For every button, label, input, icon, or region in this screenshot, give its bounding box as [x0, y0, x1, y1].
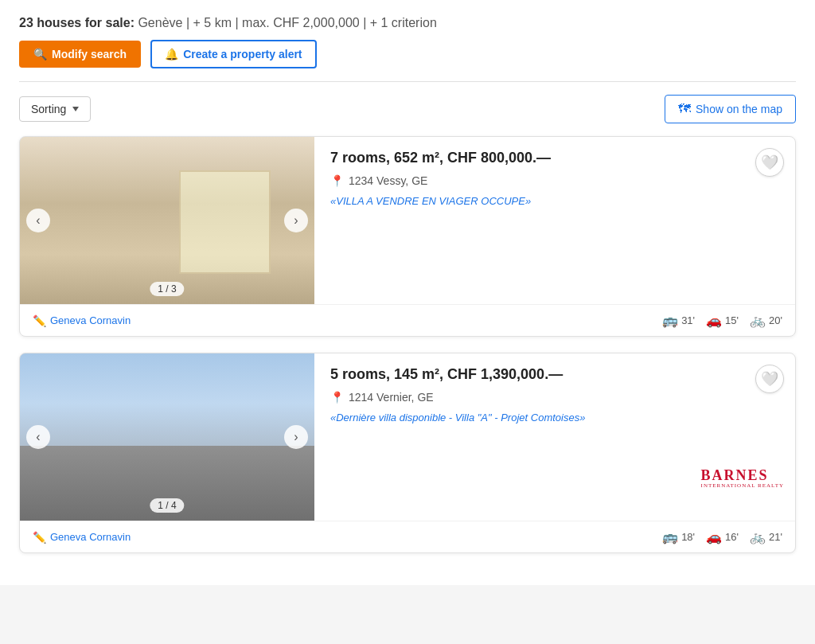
carousel-next-button[interactable]: ›	[284, 425, 308, 449]
card-image: ‹ › 1 / 3	[20, 137, 314, 304]
transport-bike: 🚲 20'	[750, 313, 782, 328]
image-counter: 1 / 3	[150, 282, 184, 296]
modify-search-label: Modify search	[52, 48, 127, 60]
image-counter: 1 / 4	[150, 498, 184, 513]
listing-location: 📍 1234 Vessy, GE	[330, 174, 782, 187]
page-wrapper: 23 houses for sale: Genève | + 5 km | ma…	[0, 0, 815, 585]
favorite-button[interactable]: 🤍	[755, 365, 784, 393]
card-body: ‹ › 1 / 4 5 rooms, 145 m², CHF 1,390,000…	[20, 353, 795, 521]
bike-time: 20'	[769, 314, 782, 326]
location-text: 1214 Vernier, GE	[349, 391, 434, 404]
station-link[interactable]: ✏️ Geneva Cornavin	[33, 531, 131, 544]
card-info: 7 rooms, 652 m², CHF 800,000.— 📍 1234 Ve…	[314, 137, 795, 304]
listing-title: 5 rooms, 145 m², CHF 1,390,000.—	[330, 366, 782, 383]
sep1: |	[186, 16, 193, 29]
car-icon: 🚗	[706, 313, 722, 328]
listing-card: ‹ › 1 / 3 7 rooms, 652 m², CHF 800,000.—…	[19, 136, 796, 337]
map-icon: 🗺	[678, 102, 691, 116]
criteria-distance: + 5 km	[193, 16, 232, 29]
search-icon: 🔍	[33, 48, 47, 60]
listing-title: 7 rooms, 652 m², CHF 800,000.—	[330, 150, 782, 166]
sorting-button[interactable]: Sorting	[19, 96, 91, 122]
barnes-logo: BARNES INTERNATIONAL REALTY	[701, 467, 784, 489]
criteria-extra: + 1 criterion	[370, 16, 437, 29]
transport-bus: 🚌 31'	[662, 313, 695, 328]
search-title: 23 houses for sale: Genève | + 5 km | ma…	[19, 16, 796, 30]
barnes-logo-text: BARNES	[701, 467, 769, 483]
property-image-2	[20, 353, 314, 521]
location-pin-icon: 📍	[330, 391, 344, 404]
station-name: Geneva Cornavin	[50, 531, 131, 543]
transport-bike: 🚲 21'	[750, 529, 782, 544]
create-alert-label: Create a property alert	[183, 48, 302, 60]
location-text: 1234 Vessy, GE	[349, 174, 427, 187]
sorting-label: Sorting	[31, 103, 66, 115]
barnes-logo-sub: INTERNATIONAL REALTY	[701, 482, 784, 489]
search-location: Genève	[138, 16, 182, 29]
bike-icon: 🚲	[750, 313, 766, 328]
header-divider	[19, 81, 796, 82]
carousel-prev-button[interactable]: ‹	[26, 209, 50, 232]
create-alert-button[interactable]: 🔔 Create a property alert	[150, 40, 316, 68]
bus-time: 31'	[681, 314, 695, 326]
pencil-icon: ✏️	[33, 314, 46, 327]
bus-icon: 🚌	[662, 529, 678, 544]
bike-icon: 🚲	[750, 529, 766, 544]
listing-location: 📍 1214 Vernier, GE	[330, 391, 782, 404]
chevron-down-icon	[72, 107, 79, 111]
listing-description: «Dernière villa disponible - Villa "A" -…	[330, 412, 782, 423]
transport-car: 🚗 16'	[706, 529, 739, 544]
toolbar: Sorting 🗺 Show on the map	[19, 95, 796, 123]
sep3: |	[363, 16, 370, 29]
result-count: 23	[19, 16, 33, 29]
property-image-1	[20, 137, 314, 304]
search-header: 23 houses for sale: Genève | + 5 km | ma…	[19, 16, 796, 68]
card-footer: ✏️ Geneva Cornavin 🚌 31' 🚗 15' 🚲 20'	[20, 304, 795, 336]
modify-search-button[interactable]: 🔍 Modify search	[19, 41, 141, 68]
heart-icon: 🤍	[761, 154, 778, 171]
pencil-icon: ✏️	[33, 531, 46, 544]
bell-icon: 🔔	[165, 48, 178, 60]
card-info: 5 rooms, 145 m², CHF 1,390,000.— 📍 1214 …	[314, 353, 795, 521]
car-icon: 🚗	[706, 529, 722, 544]
listing-description: «VILLA A VENDRE EN VIAGER OCCUPE»	[330, 195, 782, 207]
card-body: ‹ › 1 / 3 7 rooms, 652 m², CHF 800,000.—…	[20, 137, 795, 304]
card-footer: ✏️ Geneva Cornavin 🚌 18' 🚗 16' 🚲 21'	[20, 521, 795, 552]
car-time: 16'	[725, 531, 739, 543]
bus-time: 18'	[681, 531, 695, 543]
transport-times: 🚌 31' 🚗 15' 🚲 20'	[662, 313, 782, 328]
favorite-button[interactable]: 🤍	[755, 148, 784, 177]
bus-icon: 🚌	[662, 313, 678, 328]
sep2: |	[235, 16, 242, 29]
transport-car: 🚗 15'	[706, 313, 739, 328]
station-name: Geneva Cornavin	[50, 314, 131, 326]
transport-times: 🚌 18' 🚗 16' 🚲 21'	[662, 529, 782, 544]
criteria-price: max. CHF 2,000,000	[242, 16, 360, 29]
show-map-button[interactable]: 🗺 Show on the map	[665, 95, 796, 123]
location-pin-icon: 📍	[330, 174, 344, 187]
bike-time: 21'	[769, 531, 782, 543]
car-time: 15'	[725, 314, 739, 326]
listing-type: houses for sale:	[37, 16, 135, 29]
listing-card: ‹ › 1 / 4 5 rooms, 145 m², CHF 1,390,000…	[19, 353, 796, 553]
carousel-prev-button[interactable]: ‹	[26, 425, 50, 449]
station-link[interactable]: ✏️ Geneva Cornavin	[33, 314, 131, 327]
transport-bus: 🚌 18'	[662, 529, 695, 544]
heart-icon: 🤍	[761, 370, 778, 388]
action-buttons: 🔍 Modify search 🔔 Create a property aler…	[19, 40, 796, 68]
show-map-label: Show on the map	[696, 103, 782, 115]
card-image: ‹ › 1 / 4	[20, 353, 314, 521]
carousel-next-button[interactable]: ›	[284, 209, 308, 232]
